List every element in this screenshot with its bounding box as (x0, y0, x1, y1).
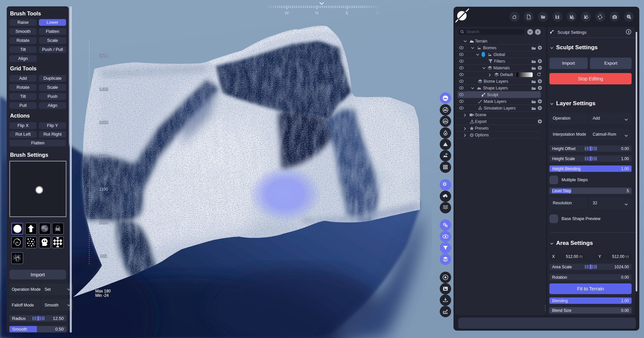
svg-text:E: E (346, 10, 349, 15)
svg-text:1000: 1000 (99, 220, 108, 225)
svg-text:1400: 1400 (99, 87, 108, 92)
svg-text:1200: 1200 (99, 154, 108, 158)
svg-text:N: N (315, 10, 318, 15)
svg-text:1500: 1500 (99, 54, 108, 58)
svg-text:1300: 1300 (99, 120, 108, 125)
svg-text:Max 180: Max 180 (95, 289, 111, 293)
svg-text:W: W (285, 10, 289, 15)
svg-text:S: S (376, 10, 379, 15)
svg-text:?: ? (628, 15, 629, 18)
svg-text:1100: 1100 (99, 187, 108, 192)
svg-text:☠: ☠ (55, 224, 61, 233)
svg-text:900: 900 (100, 254, 107, 259)
svg-text:Min -24: Min -24 (95, 293, 109, 298)
